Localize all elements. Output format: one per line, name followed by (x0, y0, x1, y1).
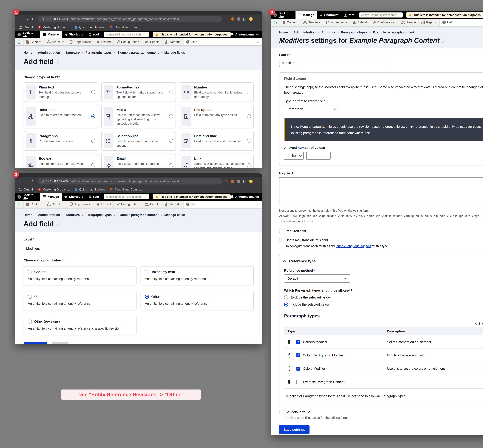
field-type-radio[interactable] (169, 139, 173, 143)
breadcrumb-structure[interactable]: Structure (321, 31, 335, 34)
bookmark-item[interactable]: Drupal and Compo... (110, 25, 143, 29)
exclude-radio-row[interactable]: Exclude the selected below (284, 296, 483, 299)
option-radio[interactable] (145, 270, 149, 274)
breadcrumb-home[interactable]: Home (23, 51, 32, 55)
help-text-textarea[interactable] (279, 177, 483, 205)
admin-search-input[interactable] (104, 32, 149, 37)
menu-item-appearance[interactable]: Appearance (323, 19, 350, 26)
menu-item-extend[interactable]: Extend (350, 19, 370, 26)
chrome-menu-icon[interactable]: ⋮ (255, 179, 259, 183)
field-type-plain-text[interactable]: T Plain textText field that does not sup… (23, 82, 98, 102)
favorite-star-icon[interactable]: ☆ (441, 39, 445, 44)
back-button[interactable]: Back (52, 342, 69, 344)
forward-icon[interactable]: → (25, 17, 29, 21)
row-checkbox[interactable] (296, 380, 300, 384)
menu-item-extend[interactable]: Extend (94, 201, 114, 208)
extension-icon[interactable] (237, 180, 240, 183)
breadcrumb-structure[interactable]: Structure (66, 213, 80, 217)
field-type-paragraphs[interactable]: ¶ ParagraphsCreate structured content. (23, 131, 98, 151)
exclude-radio[interactable] (284, 296, 288, 299)
option-content[interactable]: Content An entity field containing an en… (23, 266, 137, 285)
field-type-selection-list[interactable]: Selection listField to select from prede… (101, 131, 176, 151)
include-radio-selected[interactable] (284, 303, 288, 306)
option-taxonomy-term[interactable]: Taxonomy term An entity field containing… (140, 266, 254, 285)
extensions-puzzle-icon[interactable]: ◳ (243, 179, 247, 183)
breadcrumb-structure[interactable]: Structure (66, 51, 80, 55)
option-radio[interactable] (28, 270, 32, 274)
menu-item-structure[interactable]: Structure (44, 38, 67, 46)
allowed-count-input[interactable] (306, 152, 331, 160)
field-type-radio[interactable] (169, 90, 173, 94)
toolbar-collapse-icon[interactable]: |← (253, 38, 262, 46)
required-field-checkbox-row[interactable]: Required field (279, 229, 483, 233)
row-checkbox-checked[interactable] (296, 340, 300, 344)
field-type-radio-selected[interactable] (91, 114, 95, 119)
field-type-radio[interactable] (91, 139, 95, 143)
menu-item-configuration[interactable]: Configuration (370, 19, 398, 26)
field-type-date-time[interactable]: Date and timeField to store date and tim… (179, 131, 254, 151)
field-type-radio[interactable] (247, 114, 251, 119)
breadcrumb-example-paragraph-content[interactable]: Example paragraph content (117, 213, 158, 217)
field-type-media[interactable]: MediaField to reference media. Allows up… (101, 105, 176, 128)
site-info-icon[interactable]: ⓘ (41, 17, 44, 21)
field-type-link[interactable]: LinkStores a URL string, optional varcha… (179, 153, 254, 168)
row-checkbox-checked[interactable] (296, 367, 300, 371)
back-to-site-button[interactable]: ‹ Back to site (15, 193, 40, 201)
set-default-checkbox-row[interactable]: Set default value (279, 410, 483, 414)
forward-icon[interactable]: → (25, 179, 29, 183)
breadcrumb-home[interactable]: Home (23, 213, 32, 217)
manage-tab[interactable]: Manage (40, 31, 62, 38)
field-type-radio[interactable] (247, 90, 251, 94)
bookmark-folder[interactable]: Drupal (19, 25, 33, 29)
set-default-checkbox[interactable] (279, 410, 283, 414)
menu-item-appearance[interactable]: Appearance (67, 201, 94, 208)
admin-search-input[interactable] (104, 194, 149, 199)
breadcrumb-paragraphs-types[interactable]: Paragraphs types (86, 213, 112, 217)
address-field[interactable]: ⓘ 127.0.0.1:59768/en/admin/structure/par… (38, 178, 222, 184)
continue-button[interactable]: Continue (23, 342, 47, 344)
shortcuts-tab[interactable]: ★ Shortcuts (62, 31, 86, 38)
bookmark-item[interactable]: Quickchat | Module (74, 188, 105, 191)
back-to-site-button[interactable]: ‹ Back to site (15, 31, 40, 38)
breadcrumb-administration[interactable]: Administration (38, 51, 60, 55)
manage-tab[interactable]: Manage (296, 11, 317, 19)
label-input[interactable] (279, 59, 385, 67)
admin-search-input[interactable] (359, 12, 403, 17)
extension-icon[interactable] (231, 180, 234, 183)
field-type-radio[interactable] (247, 139, 251, 143)
toolbar-collapse-icon[interactable]: |← (253, 201, 262, 208)
bookmark-item[interactable]: Quickchat | Module (74, 25, 105, 29)
breadcrumb-administration[interactable]: Administration (294, 31, 316, 34)
field-type-email[interactable]: @ EmailField to store an email address. (101, 153, 176, 168)
breadcrumb-home[interactable]: Home (279, 31, 288, 34)
field-type-file-upload[interactable]: File uploadField to upload any type of f… (179, 105, 254, 128)
field-type-radio[interactable] (91, 163, 95, 167)
breadcrumb-example-paragraph-content[interactable]: Example paragraph content (373, 31, 414, 34)
bookmark-item[interactable]: S Mastering Drupal t... (38, 188, 70, 191)
drag-handle-icon[interactable] (288, 353, 291, 358)
type-of-item-select[interactable]: Paragraph (284, 105, 338, 113)
menu-item-structure[interactable]: Structure (44, 201, 67, 208)
site-info-icon[interactable]: ⓘ (41, 179, 44, 183)
shortcuts-tab[interactable]: ★ Shortcuts (62, 193, 86, 201)
field-type-radio[interactable] (247, 163, 251, 167)
drupal-logo[interactable] (15, 201, 23, 208)
extension-icon[interactable] (237, 17, 240, 21)
back-icon[interactable]: ← (18, 179, 22, 183)
bookmark-item[interactable]: Drupal and Compo... (110, 188, 143, 191)
breadcrumb-manage-fields[interactable]: Manage fields (164, 213, 185, 217)
show-row-weights-link[interactable]: Show row weights (284, 322, 483, 325)
bookmark-star-icon[interactable]: ☆ (225, 179, 228, 183)
option-radio[interactable] (28, 295, 32, 299)
translate-checkbox[interactable] (279, 238, 283, 242)
breadcrumb-manage-fields[interactable]: Manage fields (164, 51, 185, 55)
menu-item-people[interactable]: People (142, 201, 163, 208)
chrome-menu-icon[interactable]: ⋮ (255, 17, 259, 21)
reference-type-legend[interactable]: Reference type (284, 259, 483, 263)
menu-item-help[interactable]: ?Help (440, 19, 456, 26)
profile-avatar[interactable] (249, 180, 253, 183)
field-type-radio[interactable] (91, 90, 95, 94)
row-checkbox-checked[interactable] (296, 353, 300, 357)
menu-item-extend[interactable]: Extend (94, 38, 114, 46)
allowed-mode-select[interactable]: Limited (284, 152, 304, 160)
